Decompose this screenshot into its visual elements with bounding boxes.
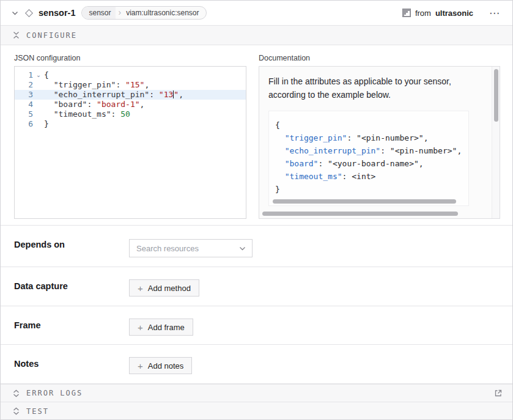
code-text: "trigger_pin": "15", [44,80,246,90]
documentation-intro-text: Fill in the attributes as applicable to … [268,75,481,101]
line-number: 1 [15,70,33,80]
documentation-vertical-scrollbar[interactable] [494,69,498,122]
editor-line[interactable]: 3 "echo_interrupt_pin": "13", [15,90,246,100]
documentation-code-example: { "trigger_pin": "<pin-number>", "echo_i… [268,111,469,206]
collapse-section-icon[interactable] [13,31,20,39]
documentation-content: Fill in the attributes as applicable to … [259,67,492,218]
depends-on-placeholder: Search resources [136,244,239,253]
component-header: sensor-1 sensor › viam:ultrasonic:sensor… [1,1,512,26]
notes-label: Notes [14,357,129,369]
line-number: 3 [15,90,33,100]
frame-row: Frame + Add frame [1,306,512,345]
doc-code-line: "board": "<your-board-name>", [275,157,468,170]
code-example-horizontal-scrollbar[interactable] [273,199,456,204]
doc-code-line: } [275,183,468,196]
fold-gutter [33,90,44,100]
line-number: 2 [15,80,33,90]
fold-chevron-icon[interactable]: ⌄ [33,70,44,80]
frame-label: Frame [14,319,129,330]
line-number: 5 [15,109,33,119]
chevron-down-icon [239,246,246,251]
collapse-chevron-icon[interactable] [9,9,21,18]
documentation-label: Documentation [259,54,500,62]
data-capture-label: Data capture [14,279,129,291]
line-number: 6 [15,119,33,129]
editor-line[interactable]: 1⌄{ [15,70,246,80]
depends-on-label: Depends on [14,238,129,249]
documentation-panel: Fill in the attributes as applicable to … [259,66,500,219]
code-text: "board": "board-1", [44,100,246,109]
error-logs-section-bar[interactable]: ERROR LOGS [1,384,512,402]
depends-on-select[interactable]: Search resources [129,239,253,257]
test-section-bar[interactable]: TEST [1,402,512,420]
line-number: 4 [15,100,33,109]
configure-section-label: CONFIGURE [26,31,77,40]
add-notes-button[interactable]: + Add notes [129,357,192,374]
expand-section-icon[interactable] [13,407,20,415]
json-configuration-label: JSON configuration [14,54,246,62]
from-module-info: from ultrasonic [402,9,473,18]
configure-content: JSON configuration 1⌄{2 "trigger_pin": "… [1,45,512,226]
depends-on-row: Depends on Search resources [1,226,512,267]
doc-code-line: "trigger_pin": "<pin-number>", [275,131,468,144]
data-capture-row: Data capture + Add method [1,267,512,306]
plus-icon: + [138,284,143,293]
add-frame-button[interactable]: + Add frame [129,319,193,336]
documentation-scrollbar-track[interactable] [492,67,500,218]
code-text: "timeout_ms": 50 [44,109,246,119]
configure-section-bar[interactable]: CONFIGURE [1,26,512,45]
fold-gutter [33,119,44,129]
component-type-badge: sensor › viam:ultrasonic:sensor [81,6,206,20]
component-card: sensor-1 sensor › viam:ultrasonic:sensor… [0,0,513,420]
error-logs-section-label: ERROR LOGS [26,389,83,397]
editor-line[interactable]: 2 "trigger_pin": "15", [15,80,246,90]
module-icon [402,9,411,17]
doc-code-line: "echo_interrupt_pin": "<pin-number>", [275,144,468,157]
from-label: from [415,9,431,18]
sensor-diamond-icon [24,9,34,18]
add-method-button[interactable]: + Add method [129,279,199,297]
code-text: { [44,70,246,80]
test-section-label: TEST [26,407,49,416]
badge-separator-icon: › [116,7,124,18]
add-notes-button-label: Add notes [148,361,184,370]
plus-icon: + [138,323,143,332]
plus-icon: + [138,361,143,370]
fold-gutter [33,109,44,119]
add-frame-button-label: Add frame [148,323,185,332]
fold-gutter [33,100,44,109]
editor-line[interactable]: 6} [15,119,246,129]
code-text: "echo_interrupt_pin": "13", [44,90,246,100]
doc-code-line: "timeout_ms": <int> [275,170,468,183]
json-code-editor[interactable]: 1⌄{2 "trigger_pin": "15",3 "echo_interru… [14,66,246,219]
doc-code-line: { [275,119,468,131]
add-method-button-label: Add method [148,284,191,293]
fold-gutter [33,80,44,90]
badge-model: viam:ultrasonic:sensor [124,9,205,17]
code-text: } [44,119,246,129]
editor-line[interactable]: 4 "board": "board-1", [15,100,246,109]
expand-section-icon[interactable] [13,389,20,397]
editor-line[interactable]: 5 "timeout_ms": 50 [15,109,246,119]
documentation-horizontal-scrollbar[interactable] [262,212,458,216]
overflow-menu-button[interactable]: ⋯ [487,7,503,20]
from-module-name: ultrasonic [435,9,473,18]
component-name: sensor-1 [39,8,75,18]
notes-row: Notes + Add notes [1,345,512,384]
badge-type: sensor [82,7,116,19]
open-external-icon[interactable] [494,389,503,397]
